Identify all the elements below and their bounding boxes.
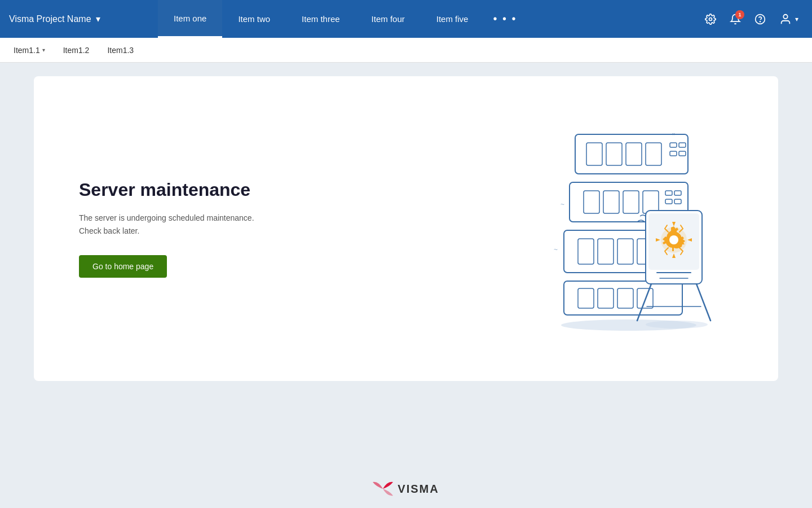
- svg-rect-26: [598, 239, 614, 264]
- svg-rect-33: [617, 288, 633, 308]
- sub-nav-item-2[interactable]: Item1.2: [54, 38, 99, 62]
- content-left: Server maintenance The server is undergo…: [79, 179, 254, 278]
- user-icon: [779, 13, 792, 25]
- svg-point-47: [646, 321, 708, 329]
- nav-item-two[interactable]: Item two: [222, 0, 286, 38]
- svg-text:": ": [672, 132, 675, 141]
- nav-item-four[interactable]: Item four: [356, 0, 421, 38]
- nav-item-one[interactable]: Item one: [158, 0, 222, 38]
- svg-rect-21: [665, 199, 672, 204]
- maintenance-desc-line2: Check back later.: [79, 225, 254, 237]
- sub-nav-item-3[interactable]: Item1.3: [98, 38, 143, 62]
- svg-text:~: ~: [554, 246, 558, 253]
- svg-rect-9: [670, 143, 677, 147]
- svg-rect-20: [674, 191, 681, 195]
- svg-rect-12: [679, 151, 686, 156]
- svg-rect-5: [586, 143, 602, 165]
- svg-point-3: [783, 14, 787, 18]
- notifications-button[interactable]: 1: [725, 9, 745, 29]
- svg-rect-19: [665, 191, 672, 195]
- sub-nav-item-1[interactable]: Item1.1 ▾: [14, 38, 54, 62]
- server-illustration: " ~ ~: [541, 123, 733, 332]
- main-content: Server maintenance The server is undergo…: [0, 63, 812, 470]
- svg-rect-11: [670, 151, 677, 156]
- user-menu[interactable]: ▾: [775, 13, 803, 25]
- help-icon: [754, 14, 766, 25]
- nav-items: Item one Item two Item three Item four I…: [158, 0, 691, 38]
- brand-name: Visma Project Name: [9, 14, 91, 24]
- svg-rect-31: [578, 288, 594, 308]
- nav-item-three[interactable]: Item three: [286, 0, 356, 38]
- visma-logo-icon: [373, 481, 393, 497]
- svg-rect-7: [626, 143, 642, 165]
- svg-point-0: [709, 17, 712, 20]
- visma-logo: VISMA: [373, 481, 439, 497]
- help-button[interactable]: [750, 9, 770, 29]
- gear-icon: [705, 14, 716, 25]
- svg-rect-32: [598, 288, 614, 308]
- svg-text:~: ~: [561, 200, 564, 208]
- user-chevron: ▾: [795, 15, 798, 23]
- svg-rect-8: [646, 143, 661, 165]
- content-card: Server maintenance The server is undergo…: [34, 76, 778, 381]
- server-illustration-container: " ~ ~: [541, 123, 733, 334]
- brand-chevron: ▾: [96, 14, 100, 24]
- maintenance-description: The server is undergoing scheduled maint…: [79, 212, 254, 237]
- maintenance-title: Server maintenance: [79, 179, 254, 200]
- go-home-button[interactable]: Go to home page: [79, 255, 167, 278]
- sub-nav: Item1.1 ▾ Item1.2 Item1.3: [0, 38, 812, 63]
- svg-rect-15: [584, 191, 599, 213]
- svg-rect-16: [603, 191, 619, 213]
- svg-rect-10: [679, 143, 686, 147]
- svg-line-39: [696, 284, 710, 321]
- nav-item-five[interactable]: Item five: [421, 0, 484, 38]
- nav-actions: 1 ▾: [691, 9, 812, 29]
- top-nav: Visma Project Name ▾ Item one Item two I…: [0, 0, 812, 38]
- brand[interactable]: Visma Project Name ▾: [0, 14, 158, 24]
- maintenance-desc-line1: The server is undergoing scheduled maint…: [79, 212, 254, 224]
- svg-rect-6: [606, 143, 622, 165]
- svg-rect-22: [674, 199, 681, 204]
- svg-point-44: [669, 235, 678, 244]
- footer: VISMA: [0, 470, 812, 508]
- sub-chevron-1: ▾: [42, 47, 45, 53]
- svg-rect-17: [623, 191, 639, 213]
- notification-badge: 1: [735, 10, 744, 19]
- svg-rect-25: [578, 239, 594, 264]
- nav-more-button[interactable]: • • •: [484, 12, 526, 25]
- settings-button[interactable]: [700, 9, 721, 29]
- visma-logo-text: VISMA: [398, 483, 439, 496]
- svg-rect-27: [617, 239, 633, 264]
